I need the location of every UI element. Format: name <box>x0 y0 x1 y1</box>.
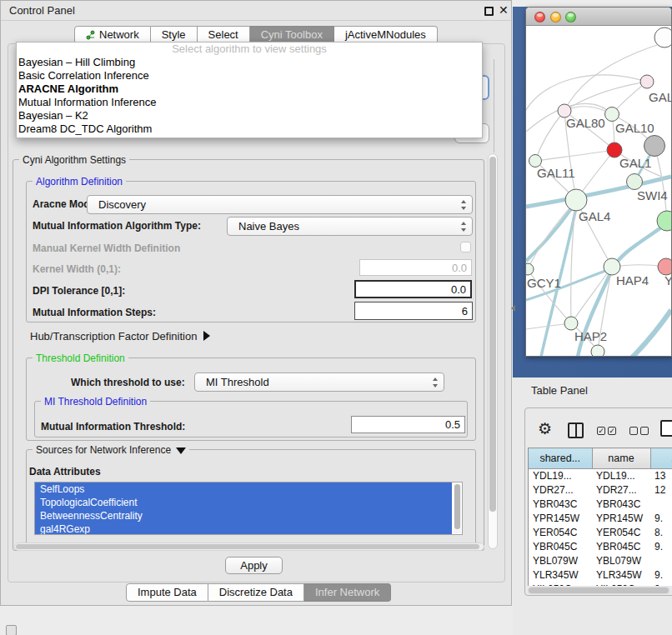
hub-definition-disclosure[interactable]: Hub/Transcription Factor Definition <box>30 330 210 342</box>
table-cell[interactable]: YBL079W <box>592 554 650 568</box>
tab-discretize-data[interactable]: Discretize Data <box>208 583 304 602</box>
attribute-item-selected[interactable]: BetweennessCentrality <box>35 509 452 522</box>
scrollbar-thumb[interactable] <box>454 484 460 529</box>
which-threshold-combobox[interactable]: MI Threshold <box>194 372 444 392</box>
table-row[interactable]: YBR045CYBR045C9. <box>529 540 672 554</box>
listbox-scrollbar[interactable] <box>454 483 461 533</box>
table-cell[interactable]: YLR345W <box>592 568 650 582</box>
table-row[interactable]: YBL079WYBL079W <box>529 554 672 568</box>
table-row[interactable]: YIL052CYIL052C9 <box>529 582 672 587</box>
zoom-traffic-light-icon[interactable] <box>565 12 576 22</box>
table-cell[interactable]: 8. <box>650 526 672 540</box>
table-cell[interactable]: 9 <box>650 582 672 587</box>
table-cell[interactable]: YER054C <box>592 526 650 540</box>
table-cell[interactable]: YIL052C <box>592 582 650 587</box>
table-cell[interactable] <box>650 498 672 512</box>
table-cell[interactable]: YBL079W <box>529 554 592 568</box>
network-node[interactable] <box>658 258 671 275</box>
scrollbar-thumb[interactable] <box>489 157 496 512</box>
table-cell[interactable]: YDL19... <box>592 469 650 483</box>
checked-columns-icon[interactable]: ✓✓ <box>597 427 616 435</box>
manual-kernel-checkbox[interactable] <box>460 242 471 252</box>
table-row[interactable]: YDL19...YDL19...13 <box>529 469 672 483</box>
network-edge[interactable] <box>654 146 667 221</box>
table-cell[interactable]: YPR145W <box>592 512 650 526</box>
network-node[interactable] <box>654 28 671 48</box>
mi-steps-field[interactable]: 6 <box>354 302 473 320</box>
table-cell[interactable]: 9. <box>650 568 672 582</box>
column-header-name[interactable]: name <box>592 448 650 469</box>
network-edge[interactable] <box>535 111 564 161</box>
table-row[interactable]: YER054CYER054C8. <box>529 526 672 540</box>
settings-vertical-scrollbar[interactable] <box>488 153 498 549</box>
column-header-shared-name[interactable]: shared... <box>529 448 592 469</box>
scrollbar-thumb[interactable] <box>16 544 479 549</box>
table-cell[interactable]: YPR145W <box>529 512 592 526</box>
table-cell[interactable]: YBR043C <box>592 498 650 512</box>
close-traffic-light-icon[interactable] <box>534 12 545 22</box>
dpi-tolerance-field[interactable]: 0.0 <box>354 280 472 298</box>
network-node[interactable] <box>526 263 534 275</box>
network-node[interactable] <box>565 189 587 211</box>
table-horizontal-scrollbar[interactable] <box>528 587 670 594</box>
table-cell[interactable] <box>650 554 672 568</box>
table-cell[interactable]: YDR27... <box>529 483 592 498</box>
column-header-a[interactable]: A <box>650 448 672 469</box>
attribute-item-selected[interactable]: SelfLoops <box>35 482 452 496</box>
minimize-traffic-light-icon[interactable] <box>550 12 561 22</box>
table-cell[interactable]: YER054C <box>529 526 592 540</box>
data-attributes-listbox[interactable]: SelfLoops TopologicalCoefficient Between… <box>34 482 463 535</box>
algorithm-option[interactable]: Bayesian – K2 <box>17 109 482 122</box>
table-cell[interactable]: 9. <box>650 512 672 526</box>
network-node[interactable] <box>640 75 654 88</box>
split-view-icon[interactable] <box>568 422 584 438</box>
tab-infer-network[interactable]: Infer Network <box>304 583 391 602</box>
gear-icon[interactable]: ⚙ <box>538 419 552 438</box>
network-node[interactable] <box>627 174 643 190</box>
aracne-mode-combobox[interactable]: Discovery <box>87 195 473 214</box>
table-cell[interactable]: YDL19... <box>529 469 592 483</box>
file-icon[interactable] <box>660 420 672 437</box>
attribute-item-selected[interactable]: gal4RGexp <box>35 522 452 535</box>
attribute-item-selected[interactable]: TopologicalCoefficient <box>35 496 452 509</box>
network-node[interactable] <box>564 317 578 330</box>
network-edge[interactable] <box>526 75 647 110</box>
algorithm-option[interactable]: Basic Correlation Inference <box>17 69 482 82</box>
close-icon[interactable]: ✕ <box>499 3 509 17</box>
table-cell[interactable]: 12 <box>650 483 672 498</box>
network-edge[interactable] <box>535 150 614 161</box>
apply-button[interactable]: Apply <box>225 557 283 574</box>
kernel-width-field[interactable]: 0.0 <box>359 259 472 276</box>
minimized-panel-icon[interactable] <box>6 625 17 635</box>
float-window-icon[interactable] <box>484 7 494 16</box>
network-edge[interactable] <box>564 82 647 111</box>
network-node[interactable] <box>644 136 665 157</box>
network-canvas[interactable]: GALGAL80GAL10GAL1GAL11SWI4GAL4YHAP4GCY1H… <box>526 26 671 357</box>
network-node[interactable] <box>604 258 620 275</box>
algorithm-option-selected[interactable]: ARACNE Algorithm <box>17 82 482 96</box>
table-cell[interactable]: YIL052C <box>529 582 592 587</box>
table-row[interactable]: YLR345WYLR345W9. <box>529 568 672 582</box>
network-window-titlebar[interactable] <box>526 8 671 26</box>
network-node[interactable] <box>605 108 619 122</box>
table-cell[interactable]: YBR045C <box>529 540 592 554</box>
tab-impute-data[interactable]: Impute Data <box>126 583 208 602</box>
mi-threshold-field[interactable]: 0.5 <box>351 416 465 433</box>
scrollbar-thumb[interactable] <box>529 588 669 593</box>
unchecked-columns-icon[interactable] <box>629 427 649 435</box>
algorithm-option[interactable]: Dream8 DC_TDC Algorithm <box>17 122 482 136</box>
table-row[interactable]: YPR145WYPR145W9. <box>529 512 672 526</box>
network-node[interactable] <box>591 345 604 357</box>
table-row[interactable]: YBR043CYBR043C <box>529 498 672 512</box>
network-edge[interactable] <box>631 310 671 357</box>
algorithm-option[interactable]: Mutual Information Inference <box>17 96 482 109</box>
table-row[interactable]: YDR27...YDR27...12 <box>529 483 672 498</box>
table-cell[interactable]: YBR043C <box>529 498 592 512</box>
mi-type-combobox[interactable]: Naive Bayes <box>227 217 473 236</box>
table-cell[interactable]: YLR345W <box>529 568 592 582</box>
sources-disclosure[interactable]: Sources for Network Inference <box>33 444 189 456</box>
splitter-arrow-icon[interactable] <box>511 305 515 312</box>
table-cell[interactable]: YBR045C <box>592 540 650 554</box>
table-cell[interactable]: 13 <box>650 469 672 483</box>
algorithm-option[interactable]: Bayesian – Hill Climbing <box>17 56 482 69</box>
